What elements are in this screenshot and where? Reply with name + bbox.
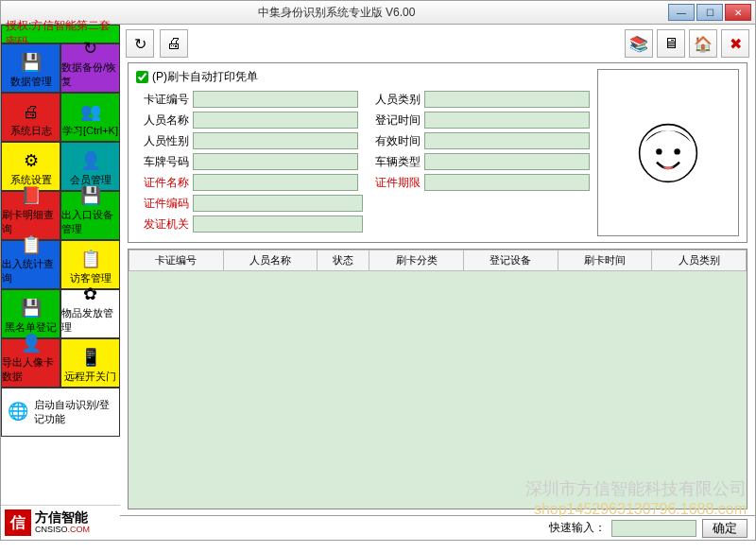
tile-label: 物品发放管理 xyxy=(61,306,119,335)
tile-9[interactable]: 📋访客管理 xyxy=(60,240,120,289)
quick-input-label: 快速输入： xyxy=(549,520,606,536)
tile-10[interactable]: 💾黑名单登记 xyxy=(1,289,60,338)
tile-icon: 💾 xyxy=(18,298,44,319)
minimize-button[interactable]: — xyxy=(668,4,695,21)
field-label: 登记时间 xyxy=(368,112,421,129)
tile-icon: 📋 xyxy=(18,234,44,255)
field-label: 人员名称 xyxy=(136,112,189,129)
auto-print-label: (P)刷卡自动打印凭单 xyxy=(152,69,258,85)
svg-point-1 xyxy=(656,148,662,154)
field-input[interactable] xyxy=(424,153,590,170)
field-label: 人员类别 xyxy=(368,92,421,108)
refresh-button[interactable]: ↻ xyxy=(126,29,154,58)
tile-2[interactable]: 🖨系统日志 xyxy=(1,93,60,142)
tile-label: 出入口设备管理 xyxy=(61,208,119,236)
logo-cn: 方信智能 xyxy=(35,510,90,525)
table-header: 状态 xyxy=(318,250,369,271)
close-button[interactable]: ✕ xyxy=(725,4,751,21)
svg-point-0 xyxy=(640,124,697,181)
table-header: 卡证编号 xyxy=(129,250,224,271)
tile-6[interactable]: 📕刷卡明细查询 xyxy=(1,191,60,240)
home-button[interactable]: 🏠 xyxy=(689,29,717,58)
field-label: 有效时间 xyxy=(368,133,421,149)
print-button[interactable]: 🖨 xyxy=(160,29,188,58)
field-label: 车辆类型 xyxy=(368,154,421,170)
tile-0[interactable]: 💾数据管理 xyxy=(1,43,60,93)
tile-7[interactable]: 💾出入口设备管理 xyxy=(60,191,120,240)
table-header: 刷卡时间 xyxy=(558,250,652,271)
tile-icon: 🌐 xyxy=(8,401,28,422)
tile-icon: ⚙ xyxy=(18,150,44,171)
tile-label: 导出人像卡数据 xyxy=(2,355,60,384)
field-input[interactable] xyxy=(424,91,590,108)
tile-label: 远程开关门 xyxy=(64,370,116,384)
tile-label: 学习[Ctrl+K] xyxy=(62,124,118,138)
field-input[interactable] xyxy=(193,112,358,129)
field-label: 证件期限 xyxy=(368,175,421,191)
tile-label: 出入统计查询 xyxy=(2,257,60,285)
photo-box xyxy=(597,69,739,236)
logo-square: 信 xyxy=(5,509,31,536)
sidebar: 授权:方信智能第二套密码 💾数据管理↻数据备份/恢复🖨系统日志👥学习[Ctrl+… xyxy=(1,25,120,540)
field-input[interactable] xyxy=(193,174,358,191)
field-label: 发证机关 xyxy=(136,216,189,233)
tile-icon: 👤 xyxy=(18,333,44,354)
maximize-button[interactable]: ☐ xyxy=(696,4,723,21)
field-label: 卡证编号 xyxy=(136,92,189,108)
field-label: 车牌号码 xyxy=(136,154,189,170)
field-input[interactable] xyxy=(424,132,590,149)
table-header: 人员名称 xyxy=(223,250,318,271)
confirm-button[interactable]: 确定 xyxy=(702,519,747,538)
tile-11[interactable]: ✿物品发放管理 xyxy=(60,289,120,338)
tile-icon: 🖨 xyxy=(18,101,44,122)
tile-4[interactable]: ⚙系统设置 xyxy=(1,142,60,191)
tile-label: 启动自动识别/登记功能 xyxy=(34,398,113,426)
field-input[interactable] xyxy=(193,132,358,149)
tile-icon: 📕 xyxy=(18,185,44,206)
table-header: 刷卡分类 xyxy=(369,250,464,271)
tile-auto-detect[interactable]: 🌐启动自动识别/登记功能 xyxy=(1,388,120,437)
field-input[interactable] xyxy=(193,91,358,108)
field-label: 证件名称 xyxy=(136,175,189,191)
field-input[interactable] xyxy=(424,112,590,129)
statusbar: 快速输入： 确定 xyxy=(120,515,755,540)
records-table: 卡证编号人员名称状态刷卡分类登记设备刷卡时间人员类别 xyxy=(128,249,747,509)
auto-print-checkbox[interactable] xyxy=(136,71,148,83)
table-header: 人员类别 xyxy=(652,250,747,271)
logo-en: CNSISO.COM xyxy=(35,526,90,535)
field-label: 人员性别 xyxy=(136,133,189,149)
tile-8[interactable]: 📋出入统计查询 xyxy=(1,240,60,289)
quick-input[interactable] xyxy=(611,520,696,537)
tile-icon: ✿ xyxy=(77,284,104,304)
field-input[interactable] xyxy=(424,174,590,191)
detail-panel: (P)刷卡自动打印凭单 卡证编号人员类别人员名称登记时间人员性别有效时间车牌号码… xyxy=(128,62,747,243)
tile-icon: ↻ xyxy=(77,38,104,59)
tile-icon: 📱 xyxy=(77,347,104,368)
tile-label: 数据管理 xyxy=(10,75,52,89)
tile-icon: 💾 xyxy=(77,185,104,206)
avatar-icon xyxy=(630,115,706,191)
tile-1[interactable]: ↻数据备份/恢复 xyxy=(60,43,120,93)
toolbar: ↻ 🖨 📚 🖥 🏠 ✖ xyxy=(120,25,755,62)
monitor-button[interactable]: 🖥 xyxy=(657,29,685,58)
tile-5[interactable]: 👤会员管理 xyxy=(60,142,120,191)
exit-button[interactable]: ✖ xyxy=(721,29,749,58)
brand-logo: 信 方信智能 CNSISO.COM xyxy=(1,505,120,540)
table-header: 登记设备 xyxy=(463,250,558,271)
field-label: 证件编码 xyxy=(136,196,189,212)
field-input[interactable] xyxy=(193,195,363,212)
help-button[interactable]: 📚 xyxy=(625,29,653,58)
tile-12[interactable]: 👤导出人像卡数据 xyxy=(1,338,60,388)
tile-13[interactable]: 📱远程开关门 xyxy=(60,338,120,388)
field-input[interactable] xyxy=(193,153,358,170)
tile-label: 系统日志 xyxy=(10,124,52,138)
tile-icon: 📋 xyxy=(77,249,104,269)
tile-icon: 👤 xyxy=(77,150,104,171)
tile-label: 数据备份/恢复 xyxy=(61,60,119,89)
tile-icon: 👥 xyxy=(77,101,104,122)
tile-3[interactable]: 👥学习[Ctrl+K] xyxy=(60,93,120,142)
table-body xyxy=(129,271,747,509)
field-input[interactable] xyxy=(193,216,363,233)
svg-point-2 xyxy=(674,148,679,154)
tile-label: 刷卡明细查询 xyxy=(2,208,60,236)
